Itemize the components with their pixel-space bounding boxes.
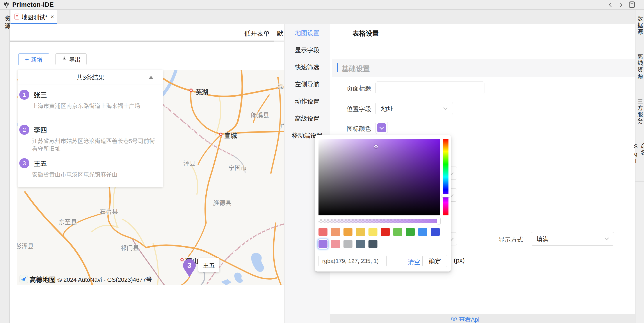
color-swatch[interactable] (356, 240, 365, 248)
color-swatch[interactable] (368, 228, 378, 236)
tab-strip: 地图测试* × (10, 10, 635, 24)
color-swatch[interactable] (418, 228, 427, 236)
settings-menu-item[interactable]: 动作设置 (284, 92, 330, 110)
clear-button[interactable]: 清空 (408, 258, 420, 266)
color-picker-popup: 清空 确定 (315, 135, 451, 272)
color-swatch[interactable] (344, 228, 352, 236)
result-name: 李四 (34, 125, 160, 134)
collapse-caret-icon[interactable] (148, 76, 154, 79)
forward-icon[interactable] (618, 1, 624, 9)
confirm-button[interactable]: 确定 (422, 255, 448, 267)
list-item[interactable]: 2 李四 江苏省苏州市姑苏区沧浪街道西善长巷5号司前街看守所旧址 (18, 120, 163, 154)
results-summary: 共3条结果 (76, 73, 104, 82)
color-swatch[interactable] (318, 228, 328, 236)
map-place-label: 泾县 (183, 159, 196, 168)
alpha-slider-handle[interactable] (437, 218, 440, 224)
chevron-down-icon (443, 106, 448, 110)
divider (330, 48, 635, 48)
icon-color-button[interactable] (376, 122, 388, 134)
saturation-area[interactable] (318, 139, 440, 216)
tab-map-test[interactable]: 地图测试* × (10, 10, 57, 24)
settings-footer: 查看Api (330, 314, 635, 323)
color-swatch[interactable] (381, 228, 390, 236)
map-place-label: 旌德县 (213, 198, 232, 207)
right-rail-item[interactable]: 命名Sql (636, 137, 644, 182)
view-tab-lowcode-form[interactable]: 低开表单 (244, 28, 270, 38)
page-title: 表格设置 (352, 28, 379, 38)
tab-title: 地图测试* (22, 13, 48, 21)
view-tabs: 低开表单 默 (10, 24, 284, 40)
list-item[interactable]: 1 张三 上海市黄浦区南京东路街道上海来福士广场 (18, 85, 163, 120)
result-address: 江苏省苏州市姑苏区沧浪街道西善长巷5号司前街看守所旧址 (32, 138, 160, 153)
icon-color-swatch (377, 123, 386, 132)
app-title: Primeton-IDE (12, 1, 54, 8)
settings-menu-item[interactable]: 左侧导航 (284, 76, 330, 92)
export-button[interactable]: 导出 (56, 53, 86, 65)
px-unit-label: (px) (454, 257, 465, 264)
settings-menu-item[interactable]: 地图设置 (284, 24, 330, 41)
sidebar-item-resources[interactable]: 资源 (2, 15, 12, 31)
color-swatch[interactable] (331, 240, 340, 248)
alpha-slider[interactable] (318, 219, 440, 223)
titlebar: Primeton-IDE (0, 0, 644, 10)
color-swatch[interactable] (331, 228, 340, 236)
map-marker-pin[interactable]: 3 (181, 258, 198, 278)
design-canvas: 低开表单 默 + 新增 导出 (10, 24, 284, 323)
color-value-input[interactable] (318, 255, 387, 267)
view-tabs-scrollbar[interactable] (10, 40, 284, 42)
map-city-dot (190, 88, 193, 92)
hue-slider-handle[interactable] (442, 194, 450, 198)
display-mode-select[interactable]: 填满 (531, 232, 614, 246)
color-swatch[interactable] (356, 228, 365, 236)
right-rail-item[interactable]: 数据源 (636, 10, 644, 47)
saturation-cursor[interactable] (374, 145, 378, 148)
map-brand: 高德地图 (29, 274, 56, 284)
back-icon[interactable] (607, 1, 614, 9)
color-swatch[interactable] (431, 228, 440, 236)
color-swatch[interactable] (393, 228, 402, 236)
map-place-label: 祁门县 (120, 243, 139, 252)
color-swatch[interactable] (368, 240, 378, 248)
location-field-select[interactable]: 地址 (376, 102, 453, 115)
results-panel: 共3条结果 1 张三 上海市黄浦区南京东路街道上海来福士广场 2 李四 江苏省苏… (18, 70, 163, 187)
color-swatch[interactable] (406, 228, 415, 236)
tab-active-indicator (10, 23, 57, 24)
close-icon[interactable]: × (51, 14, 54, 20)
map-city-dot (219, 132, 222, 136)
page-title-label: 页面标题 (327, 84, 371, 92)
view-tab-default[interactable]: 默 (277, 28, 283, 38)
page-title-input[interactable] (376, 82, 484, 94)
color-swatch[interactable] (318, 240, 328, 248)
hue-slider[interactable] (443, 139, 448, 216)
map-place-label: 彭泽县 (17, 242, 34, 250)
add-button[interactable]: + 新增 (18, 53, 49, 65)
result-index-badge: 3 (19, 158, 29, 168)
display-mode-label: 显示方式 (479, 235, 523, 244)
left-rail: 资源 (0, 10, 10, 323)
section-header: 基础设置 (332, 59, 635, 77)
swatch-row-2 (318, 240, 378, 248)
settings-menu-item[interactable]: 高级设置 (284, 110, 330, 127)
view-api-link[interactable]: 查看Api (451, 315, 480, 323)
section-accent-bar (337, 63, 338, 72)
result-index-badge: 1 (19, 90, 29, 100)
color-swatch[interactable] (344, 240, 352, 248)
settings-menu-item[interactable]: 显示字段 (284, 41, 330, 58)
right-rail-item[interactable]: 三方服务 (636, 92, 644, 137)
map-place-label: 宁国市 (228, 163, 247, 172)
results-header[interactable]: 共3条结果 (18, 70, 163, 85)
map-copyright: © 2024 AutoNavi - GS(2023)4677号 (58, 275, 152, 284)
results-list: 1 张三 上海市黄浦区南京东路街道上海来福士广场 2 李四 江苏省苏州市姑苏区沧… (18, 85, 163, 187)
list-item[interactable]: 3 王五 安徽省黄山市屯溪区屯光镇麻雀山 (18, 154, 163, 187)
right-rail: 数据源 离线资源 三方服务 命名Sql (635, 10, 644, 323)
document-icon (14, 14, 19, 20)
plus-icon: + (25, 56, 29, 63)
map-place-label: 广德 (280, 122, 284, 130)
location-field-label: 位置字段 (327, 104, 371, 113)
result-address: 上海市黄浦区南京东路街道上海来福士广场 (32, 102, 160, 110)
right-rail-item[interactable]: 离线资源 (636, 47, 644, 92)
save-icon[interactable] (628, 1, 636, 9)
settings-menu-item[interactable]: 快速筛选 (284, 58, 330, 76)
map-marker-label[interactable]: 王五 (198, 258, 220, 272)
marker-index: 3 (188, 262, 191, 269)
